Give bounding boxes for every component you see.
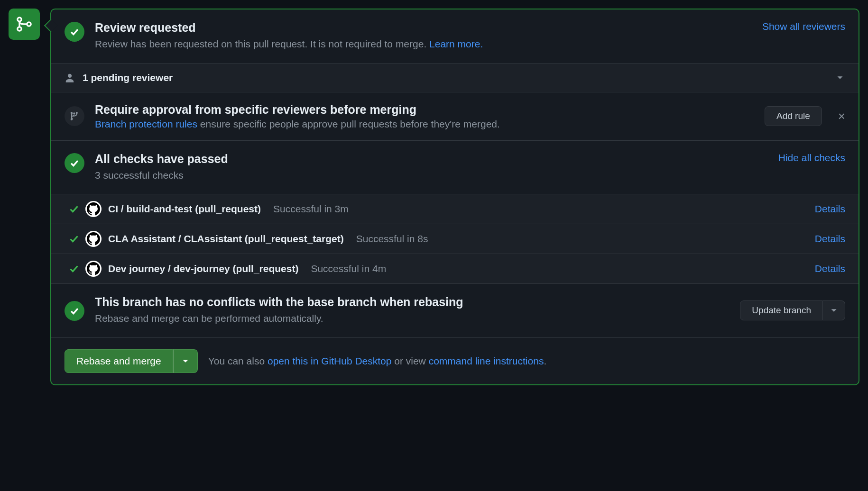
check-status: Successful in 3m <box>273 203 349 215</box>
github-actions-avatar <box>85 261 102 277</box>
github-actions-avatar <box>85 231 102 247</box>
conflicts-section: This branch has no conflicts with the ba… <box>51 284 859 338</box>
check-details-link[interactable]: Details <box>815 233 845 245</box>
check-status: Successful in 4m <box>311 263 386 274</box>
github-actions-avatar <box>85 201 102 217</box>
svg-point-1 <box>18 27 21 31</box>
checks-subtitle: 3 successful checks <box>95 168 768 183</box>
svg-point-4 <box>76 112 78 114</box>
update-branch-dropdown[interactable] <box>823 300 845 320</box>
conflicts-title: This branch has no conflicts with the ba… <box>95 295 729 309</box>
check-name: CI / build-and-test (pull_request) <box>108 203 261 215</box>
check-success-icon <box>69 264 79 273</box>
git-branch-icon <box>69 111 80 121</box>
rebase-and-merge-button[interactable]: Rebase and merge <box>65 349 173 373</box>
check-row: Dev journey / dev-journey (pull_request)… <box>51 254 859 283</box>
learn-more-link[interactable]: Learn more. <box>429 38 483 49</box>
dismiss-rule-button[interactable]: × <box>838 109 845 124</box>
merge-branch-badge <box>9 9 40 40</box>
pending-reviewer-label: 1 pending reviewer <box>83 72 827 83</box>
merge-method-dropdown[interactable] <box>173 349 198 373</box>
check-name: CLA Assistant / CLAssistant (pull_reques… <box>108 233 344 245</box>
caret-down-icon <box>831 307 837 314</box>
review-title: Review requested <box>95 21 752 35</box>
update-branch-button[interactable]: Update branch <box>740 300 823 320</box>
checks-title: All checks have passed <box>95 152 768 166</box>
check-row: CI / build-and-test (pull_request) Succe… <box>51 194 859 224</box>
svg-point-5 <box>71 118 73 120</box>
merge-note: You can also open this in GitHub Desktop… <box>208 355 547 367</box>
add-rule-button[interactable]: Add rule <box>765 106 822 126</box>
rule-title: Require approval from specific reviewers… <box>95 103 754 117</box>
checks-list: CI / build-and-test (pull_request) Succe… <box>51 194 859 284</box>
check-details-link[interactable]: Details <box>815 263 845 274</box>
svg-point-0 <box>18 18 21 21</box>
open-in-desktop-link[interactable]: open this in GitHub Desktop <box>268 355 391 366</box>
command-line-instructions-link[interactable]: command line instructions <box>429 355 544 366</box>
person-icon <box>65 73 75 83</box>
check-status: Successful in 8s <box>356 233 428 245</box>
git-merge-icon <box>15 15 34 34</box>
branch-rule-icon-circle <box>65 106 84 126</box>
check-details-link[interactable]: Details <box>815 203 845 215</box>
check-success-icon <box>69 234 79 244</box>
branch-protection-rules-link[interactable]: Branch protection rules <box>95 118 197 129</box>
merge-action-row: Rebase and merge You can also open this … <box>51 338 859 384</box>
show-all-reviewers-link[interactable]: Show all reviewers <box>762 21 845 32</box>
caret-down-icon <box>182 358 189 364</box>
success-status-icon <box>65 153 84 173</box>
branch-protection-section: Require approval from specific reviewers… <box>51 92 859 141</box>
svg-point-2 <box>27 22 31 26</box>
check-name: Dev journey / dev-journey (pull_request) <box>108 263 298 274</box>
hide-all-checks-link[interactable]: Hide all checks <box>778 152 845 163</box>
check-success-icon <box>69 204 79 214</box>
review-requested-section: Review requested Review has been request… <box>51 9 859 64</box>
merge-status-box: Review requested Review has been request… <box>50 9 859 385</box>
chevron-down-icon <box>835 73 845 83</box>
pending-reviewer-row[interactable]: 1 pending reviewer <box>51 64 859 92</box>
success-status-icon <box>65 22 84 42</box>
conflicts-subtitle: Rebase and merge can be performed automa… <box>95 311 729 326</box>
check-row: CLA Assistant / CLAssistant (pull_reques… <box>51 224 859 254</box>
review-subtitle: Review has been requested on this pull r… <box>95 36 752 52</box>
checks-section: All checks have passed 3 successful chec… <box>51 141 859 195</box>
success-status-icon <box>65 301 84 321</box>
svg-point-3 <box>71 112 73 114</box>
